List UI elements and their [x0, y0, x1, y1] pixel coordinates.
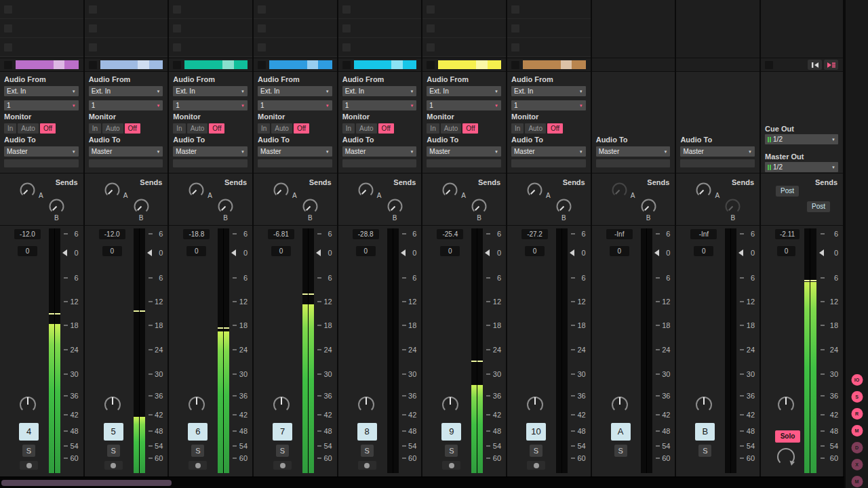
- output-channel-select[interactable]: [680, 159, 755, 167]
- solo-button[interactable]: S: [445, 445, 458, 457]
- send-a-knob[interactable]: [526, 181, 544, 199]
- monitor-auto-button[interactable]: Auto: [441, 123, 462, 134]
- clip-stop-button[interactable]: [4, 61, 12, 69]
- peak-level-display[interactable]: -28.8: [353, 229, 379, 239]
- send-a-knob[interactable]: [272, 181, 290, 199]
- section-toggle-m[interactable]: M: [851, 425, 863, 436]
- peak-level-display[interactable]: -18.8: [183, 229, 210, 239]
- pan-knob[interactable]: [102, 394, 123, 415]
- pan-knob[interactable]: [18, 394, 38, 415]
- audio-to-select[interactable]: Master ▼: [680, 146, 755, 157]
- audio-to-select[interactable]: Master ▼: [596, 146, 671, 157]
- clip-stop-button[interactable]: [511, 61, 519, 69]
- monitor-auto-button[interactable]: Auto: [18, 123, 39, 134]
- monitor-in-button[interactable]: In: [427, 123, 439, 134]
- send-a-knob[interactable]: [103, 181, 121, 199]
- clip-stop-button[interactable]: [765, 61, 773, 69]
- monitor-in-button[interactable]: In: [4, 123, 16, 134]
- solo-button[interactable]: S: [698, 445, 711, 457]
- track-activator-button[interactable]: B: [695, 423, 715, 441]
- arm-button[interactable]: [364, 463, 370, 468]
- volume-fader-marker[interactable]: [819, 249, 824, 256]
- track-color-strip[interactable]: [100, 60, 163, 69]
- volume-display[interactable]: 0: [610, 246, 629, 256]
- output-channel-select[interactable]: [258, 159, 332, 167]
- monitor-auto-button[interactable]: Auto: [525, 123, 546, 134]
- arm-button[interactable]: [449, 463, 454, 468]
- section-toggle-r[interactable]: R: [851, 408, 863, 420]
- volume-fader-marker[interactable]: [147, 249, 152, 256]
- clip-slot[interactable]: [254, 0, 337, 19]
- track-activator-button[interactable]: 10: [526, 423, 546, 441]
- volume-display[interactable]: 0: [525, 246, 545, 256]
- audio-from-select[interactable]: Ext. In ▼: [4, 86, 79, 96]
- output-channel-select[interactable]: [511, 159, 586, 167]
- monitor-in-button[interactable]: In: [511, 123, 524, 134]
- master-out-select[interactable]: 1/2 ▼: [765, 162, 838, 172]
- solo-button[interactable]: S: [614, 445, 627, 457]
- input-channel-select[interactable]: 1 ▼: [173, 100, 248, 110]
- volume-fader-marker[interactable]: [738, 249, 743, 256]
- send-b-knob[interactable]: [724, 197, 742, 216]
- send-b-knob[interactable]: [132, 197, 151, 216]
- track-activator-button[interactable]: 4: [19, 423, 39, 441]
- monitor-off-button[interactable]: Off: [209, 123, 224, 134]
- volume-display[interactable]: 0: [694, 246, 713, 256]
- arm-button[interactable]: [534, 463, 539, 468]
- volume-fader-marker[interactable]: [485, 249, 490, 256]
- clip-slot[interactable]: [169, 38, 252, 57]
- track-color-strip[interactable]: [16, 60, 79, 69]
- solo-button[interactable]: S: [22, 445, 35, 457]
- pan-knob[interactable]: [356, 394, 376, 415]
- send-b-knob[interactable]: [470, 197, 488, 216]
- audio-from-select[interactable]: Ext. In ▼: [173, 86, 248, 96]
- peak-level-display[interactable]: -12.0: [14, 229, 41, 239]
- send-b-knob[interactable]: [555, 197, 573, 216]
- input-channel-select[interactable]: 1 ▼: [427, 100, 501, 110]
- pan-knob[interactable]: [440, 394, 460, 415]
- solo-button[interactable]: S: [107, 445, 120, 457]
- track-activator-button[interactable]: 5: [104, 423, 123, 441]
- clip-slot[interactable]: [169, 19, 252, 38]
- arm-button[interactable]: [195, 463, 201, 468]
- clip-slot[interactable]: [0, 0, 83, 19]
- audio-to-select[interactable]: Master ▼: [427, 146, 501, 157]
- send-a-knob[interactable]: [357, 181, 375, 199]
- clip-slot[interactable]: [85, 0, 168, 19]
- pan-knob[interactable]: [610, 394, 630, 415]
- output-channel-select[interactable]: [342, 159, 417, 167]
- audio-from-select[interactable]: Ext. In ▼: [342, 86, 417, 96]
- audio-from-select[interactable]: Ext. In ▼: [89, 86, 163, 96]
- volume-display[interactable]: 0: [440, 246, 460, 256]
- clip-slot[interactable]: [0, 38, 83, 57]
- track-activator-button[interactable]: 7: [273, 423, 292, 441]
- monitor-in-button[interactable]: In: [258, 123, 270, 134]
- audio-from-select[interactable]: Ext. In ▼: [427, 86, 501, 96]
- input-channel-select[interactable]: 1 ▼: [511, 100, 586, 110]
- clip-slot[interactable]: [422, 38, 506, 57]
- clip-slot[interactable]: [338, 19, 422, 38]
- section-toggle-s[interactable]: S: [851, 391, 863, 403]
- track-color-strip[interactable]: [354, 60, 417, 69]
- volume-display[interactable]: 0: [102, 246, 122, 256]
- peak-level-display[interactable]: -6.81: [268, 229, 294, 239]
- clip-stop-button[interactable]: [427, 61, 435, 69]
- send-b-knob[interactable]: [386, 197, 404, 216]
- send-a-pre-post-toggle[interactable]: Post: [776, 186, 799, 197]
- track-activator-button[interactable]: 6: [188, 423, 208, 441]
- monitor-auto-button[interactable]: Auto: [356, 123, 377, 134]
- section-toggle-m[interactable]: M: [851, 476, 863, 487]
- send-b-knob[interactable]: [639, 197, 658, 216]
- peak-level-display[interactable]: -Inf: [606, 229, 633, 239]
- send-b-knob[interactable]: [301, 197, 319, 216]
- track-color-strip[interactable]: [184, 60, 248, 69]
- peak-level-display[interactable]: -27.2: [521, 229, 548, 239]
- audio-from-select[interactable]: Ext. In ▼: [511, 86, 586, 96]
- monitor-off-button[interactable]: Off: [547, 123, 563, 134]
- section-toggle-d[interactable]: D: [851, 442, 863, 453]
- peak-level-display[interactable]: -2.11: [775, 229, 800, 239]
- peak-level-display[interactable]: -Inf: [690, 229, 717, 239]
- monitor-in-button[interactable]: In: [173, 123, 185, 134]
- audio-to-select[interactable]: Master ▼: [258, 146, 332, 157]
- monitor-auto-button[interactable]: Auto: [102, 123, 123, 134]
